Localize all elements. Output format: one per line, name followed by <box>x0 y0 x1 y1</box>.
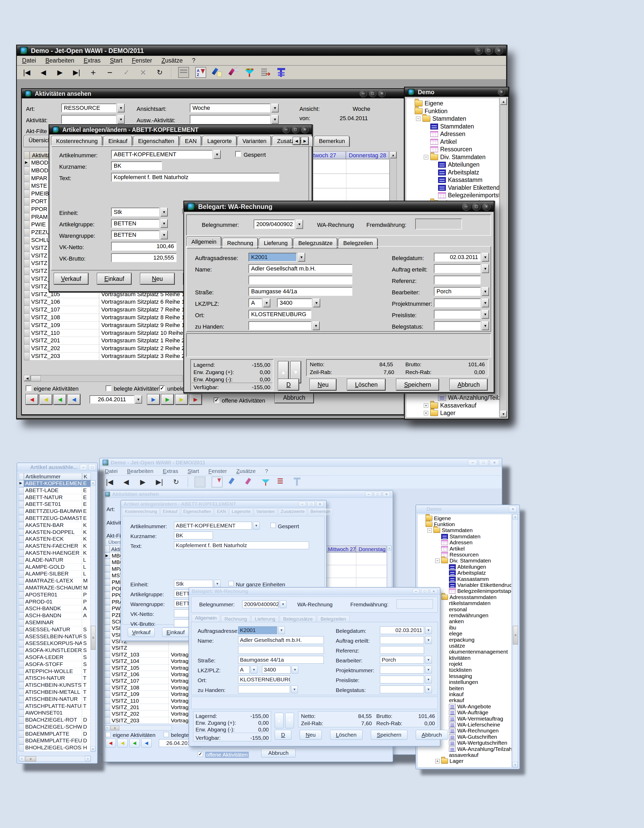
aktivitaeten-titlebar[interactable]: Aktivitäten ansehen – □ × <box>22 89 404 98</box>
picker-row[interactable]: ABETT-KOPFELEMENT E <box>19 480 91 487</box>
picker-row[interactable]: ABETT-LADE E <box>19 487 91 494</box>
offene-aktivitaeten-checkbox[interactable] <box>214 397 220 403</box>
close-icon[interactable]: × <box>490 459 499 466</box>
plz-dropdown[interactable]: ▼ <box>313 298 320 307</box>
scroll-down-icon[interactable]: ∨ <box>513 762 518 767</box>
tree-item[interactable]: Ressourcen <box>406 146 499 154</box>
artikel-tab[interactable]: Einkauf <box>160 508 180 515</box>
picker-vscrollbar[interactable]: ∧ ≡ ∨ <box>90 480 96 752</box>
beleg-action-button[interactable]: Löschen <box>330 730 363 740</box>
picker-row[interactable]: ASOFA-STOFF S <box>19 661 91 668</box>
unbelegte-aktivitaeten-checkbox[interactable] <box>159 386 165 391</box>
tree-item[interactable]: Eigene <box>406 100 499 107</box>
beleg-action-button[interactable]: Löschen <box>347 379 385 390</box>
artikelnummer-dropdown[interactable]: ▼ <box>214 150 221 159</box>
scroll-down-icon[interactable]: ▼ <box>500 411 507 417</box>
tree-item[interactable]: Adressen <box>418 539 511 546</box>
tree-item[interactable]: Funktion <box>418 521 511 527</box>
artikel-titlebar[interactable]: Artikel anlegen/ändern - ABETT-KOPFELEME… <box>49 125 312 135</box>
auftragsadresse-field[interactable]: K2001 <box>238 626 277 634</box>
picker-row[interactable]: APOSTER01 P <box>19 591 91 599</box>
jump-first-day-icon[interactable]: ◄ <box>26 394 38 405</box>
nav-prev-icon[interactable]: ◀ <box>38 67 49 78</box>
picker-row[interactable]: AKASTEN-BAR K <box>19 522 91 529</box>
nav-last-icon[interactable]: ▶| <box>154 477 165 487</box>
art-dropdown[interactable]: ▼ <box>117 104 125 112</box>
picker-row[interactable]: ATISCHBEIN-NATUR T <box>19 696 91 703</box>
picker-row[interactable]: BDAEMMPLATTE-FEUCHTRAUM D <box>19 737 91 745</box>
einheit-dropdown[interactable]: ▼ <box>214 580 221 588</box>
tree-item[interactable]: WA-Anzahlung/Teilzahlung <box>406 394 499 402</box>
kurzname-field[interactable]: BK <box>111 162 162 170</box>
picker-row[interactable]: BDACHZIEGEL-SCHWARZ D <box>19 724 91 731</box>
move-down-icon[interactable]: ▼ <box>285 713 294 728</box>
picker-titlebar[interactable]: Artikel auswähle... – □ × <box>17 463 97 471</box>
artikel-action-button[interactable]: Verkauf <box>128 627 155 637</box>
plz-field[interactable]: 3400 <box>262 666 291 674</box>
tree-item[interactable]: Variabler Etikettendruck <box>406 184 499 192</box>
fremdwaehrung-field[interactable] <box>415 218 462 229</box>
menu-item[interactable]: Zusätze <box>236 468 256 474</box>
prev-icon[interactable]: ◄ <box>68 394 80 405</box>
menu-item[interactable]: Zusätze <box>162 57 183 64</box>
gesperrt-checkbox[interactable] <box>235 151 241 157</box>
tree-item[interactable]: Lager <box>418 758 511 764</box>
belegart-titlebar[interactable]: Belegart: WA-Rechnung – □ × <box>189 588 440 595</box>
picker-row[interactable]: AKASTEN-FAECHER K <box>19 543 91 550</box>
maximize-icon[interactable]: □ <box>369 90 376 97</box>
maximize-icon[interactable]: □ <box>374 492 381 497</box>
picker-row[interactable]: ALAMPE-GOLD L <box>19 564 91 571</box>
expander-icon[interactable] <box>424 411 428 415</box>
projektnummer-field[interactable] <box>380 666 424 674</box>
auftragsadresse-dropdown[interactable]: ▼ <box>278 626 285 634</box>
picker-row[interactable]: ASCH-BANDN A <box>19 612 91 619</box>
offene-aktivitaeten-checkbox[interactable] <box>198 752 203 757</box>
tree-item[interactable]: Ressourcen <box>418 552 511 558</box>
artikel-tab[interactable]: Eigenschaften <box>181 508 214 515</box>
artikel-tab[interactable]: Lagerorte <box>203 136 236 146</box>
aktivitaet-dropdown[interactable]: ▼ <box>117 115 125 124</box>
close-icon[interactable]: × <box>509 506 517 512</box>
tree-item[interactable]: Stammdaten <box>418 533 511 539</box>
ort-field[interactable]: KLOSTERNEUBURG <box>248 310 311 319</box>
expander-icon[interactable] <box>416 116 420 121</box>
picker-row[interactable]: AMATRAZE-LATEX M <box>19 577 91 585</box>
tab-scroll-right-icon[interactable]: ▶ <box>301 137 308 145</box>
maximize-icon[interactable]: □ <box>308 502 315 507</box>
maximize-icon[interactable]: □ <box>292 126 299 133</box>
aktivitaet-field[interactable] <box>61 115 116 124</box>
picker-row[interactable]: ATEPPICH-WOLLE T <box>19 668 91 675</box>
artikelnummer-dropdown[interactable]: ▼ <box>253 522 260 530</box>
fremdwaehrung-field[interactable] <box>397 599 433 608</box>
nav-next-icon[interactable]: ▶ <box>55 67 65 78</box>
expander-icon[interactable] <box>435 759 440 764</box>
scroll-left-icon[interactable]: < <box>19 756 25 761</box>
auftrag-erteilt-dropdown[interactable]: ▼ <box>425 636 432 644</box>
expander-icon[interactable] <box>427 528 432 533</box>
artikel-tab[interactable]: Einkauf <box>104 136 132 146</box>
tree-item[interactable]: Kassastamm <box>406 176 499 184</box>
add-record-icon[interactable]: + <box>88 67 98 78</box>
tree-item[interactable]: Abteilungen <box>418 564 511 570</box>
close-icon[interactable]: × <box>383 492 390 497</box>
date-field[interactable]: 26.04.2011 <box>90 395 134 404</box>
prev-week-icon[interactable]: ◄ <box>40 394 52 405</box>
bearbeiter-dropdown[interactable]: ▼ <box>425 656 432 664</box>
cancel-icon[interactable]: ✕ <box>138 67 148 78</box>
strasse-field[interactable]: Baumgasse 44/1a <box>238 656 324 664</box>
ort-field[interactable]: KLOSTERNEUBURG <box>238 676 290 684</box>
edit-blue-icon[interactable] <box>229 477 239 487</box>
artikelgruppe-dropdown[interactable]: ▼ <box>160 219 168 228</box>
picker-row[interactable]: AKASTEN-ECK K <box>19 536 91 543</box>
expander-icon[interactable] <box>435 558 440 563</box>
tree-item[interactable]: Kassaverkauf <box>406 402 499 409</box>
abbruch-button[interactable]: Abbruch <box>275 392 314 403</box>
tree-item[interactable]: Adressen <box>406 130 499 138</box>
main-window-titlebar[interactable]: Demo - Jet-Open WAWI - DEMO/2011 – □ × <box>100 458 502 467</box>
abbruch-button[interactable]: Abbruch <box>261 749 295 757</box>
picker-row[interactable]: ASCH-BANDK A <box>19 605 91 612</box>
einheit-dropdown[interactable]: ▼ <box>160 208 168 216</box>
nav-first-icon[interactable]: |◀ <box>22 67 32 78</box>
einheit-field[interactable]: Stk <box>111 208 159 216</box>
minimize-icon[interactable]: – <box>298 502 306 507</box>
